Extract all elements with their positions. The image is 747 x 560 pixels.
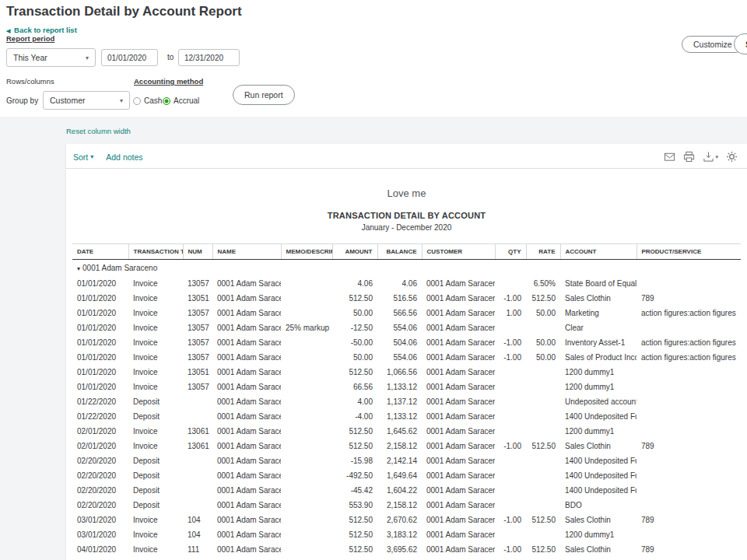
column-header[interactable]: DATE — [72, 244, 128, 260]
email-icon[interactable] — [664, 151, 675, 163]
table-cell — [495, 380, 526, 394]
table-row[interactable]: 03/01/2020Invoice1040001 Adam Saraceno51… — [72, 527, 741, 542]
table-cell: 1400 Undeposited Funds — [560, 468, 637, 483]
export-icon[interactable] — [703, 151, 714, 163]
table-row[interactable]: 01/01/2020Invoice130570001 Adam Saraceno… — [72, 335, 741, 350]
table-cell: 01/01/2020 — [72, 335, 128, 350]
table-cell: Invoice — [128, 557, 183, 560]
column-header[interactable]: RATE — [526, 244, 560, 260]
table-cell: 512.50 — [332, 424, 377, 439]
table-cell: -50.00 — [332, 335, 377, 350]
table-cell: 50.00 — [332, 350, 377, 365]
column-header[interactable]: QTY — [495, 244, 526, 260]
export-chevron-down-icon[interactable]: ▾ — [715, 154, 718, 160]
table-row[interactable]: 02/20/2020Deposit0001 Adam Saraceno553.9… — [72, 498, 741, 513]
table-cell: 3,695.62 — [377, 542, 422, 557]
table-row[interactable]: 02/20/2020Deposit0001 Adam Saraceno-45.4… — [72, 483, 741, 498]
table-row[interactable]: 01/01/2020Invoice130570001 Adam Saraceno… — [72, 306, 741, 320]
chevron-down-icon: ▾ — [86, 54, 89, 61]
table-row[interactable]: 03/01/2020Invoice1040001 Adam Saraceno51… — [72, 513, 741, 527]
date-from-input[interactable] — [101, 49, 158, 66]
table-cell — [637, 365, 741, 380]
table-cell: 0001 Adam Saraceno — [422, 409, 495, 424]
print-icon[interactable] — [683, 151, 695, 163]
table-cell: 0001 Adam Saraceno — [212, 350, 281, 365]
table-cell — [495, 453, 526, 468]
sort-menu[interactable]: Sort ▾ — [73, 152, 93, 162]
reset-column-width-link[interactable]: Reset column width — [66, 127, 131, 135]
table-cell: Deposit — [128, 409, 183, 424]
table-cell: 2,158.12 — [377, 498, 422, 513]
table-cell — [637, 468, 741, 483]
table-cell: 13051 — [183, 291, 212, 306]
settings-icon[interactable] — [726, 151, 738, 163]
table-row[interactable]: 01/01/2020Invoice130510001 Adam Saraceno… — [72, 291, 741, 306]
table-cell — [281, 335, 332, 350]
table-row[interactable]: 02/20/2020Deposit0001 Adam Saraceno-15.9… — [72, 453, 741, 468]
table-row[interactable]: 02/01/2020Invoice130610001 Adam Saraceno… — [72, 439, 741, 453]
column-header[interactable]: PRODUCT/SERVICE — [637, 244, 741, 260]
table-cell: 13057 — [183, 306, 212, 320]
period-select[interactable]: This Year ▾ — [6, 48, 96, 67]
table-row[interactable]: 01/01/2020Invoice130570001 Adam Saraceno… — [72, 276, 741, 291]
table-cell: 789 — [637, 542, 741, 557]
collapse-triangle-icon[interactable]: ▾ — [77, 265, 80, 272]
table-cell — [183, 468, 212, 483]
table-cell: Deposit — [128, 468, 183, 483]
report-title: TRANSACTION DETAIL BY ACCOUNT — [66, 211, 747, 220]
column-header[interactable]: NUM — [183, 244, 212, 260]
table-row[interactable]: 04/01/2020Invoice1110001 Adam Saraceno51… — [72, 557, 741, 560]
table-cell: 512.50 — [332, 365, 377, 380]
table-cell: 0001 Adam Saraceno — [212, 453, 281, 468]
table-cell: 0001 Adam Saraceno — [212, 291, 281, 306]
table-cell: 01/01/2020 — [72, 365, 128, 380]
group-header-label: 0001 Adam Saraceno — [82, 264, 157, 272]
table-cell: Sales of Product Income — [560, 350, 637, 365]
column-header[interactable]: MEMO/DESCRIPTION — [281, 244, 332, 260]
accrual-radio[interactable]: Accrual — [163, 96, 199, 105]
table-cell: 0001 Adam Saraceno — [212, 513, 281, 527]
column-header[interactable]: BALANCE — [377, 244, 422, 260]
table-cell — [183, 453, 212, 468]
column-header[interactable]: ACCOUNT — [560, 244, 637, 260]
table-cell — [281, 306, 332, 320]
table-cell — [281, 498, 332, 513]
table-cell: -1.00 — [495, 513, 526, 527]
table-row[interactable]: 01/01/2020Invoice130570001 Adam Saraceno… — [72, 350, 741, 365]
column-header[interactable]: CUSTOMER — [422, 244, 495, 260]
back-link[interactable]: ◀ Back to report list — [6, 26, 77, 34]
table-cell: 104 — [183, 513, 212, 527]
table-cell: 13051 — [183, 365, 212, 380]
table-cell: 0001 Adam Saraceno — [212, 380, 281, 394]
table-cell: 512.50 — [526, 513, 560, 527]
table-cell: 50.00 — [332, 306, 377, 320]
date-to-input[interactable] — [178, 49, 240, 66]
table-cell: 0001 Adam Saraceno — [212, 424, 281, 439]
column-header[interactable]: TRANSACTION TYPE — [128, 244, 183, 260]
table-row[interactable]: 01/01/2020Invoice130570001 Adam Saraceno… — [72, 320, 741, 335]
group-by-select[interactable]: Customer ▾ — [43, 91, 130, 110]
table-row[interactable]: 01/01/2020Invoice130510001 Adam Saraceno… — [72, 365, 741, 380]
table-cell: Sales Clothin — [560, 513, 637, 527]
table-cell: 566.56 — [377, 306, 422, 320]
table-row[interactable]: 04/01/2020Invoice1110001 Adam Saraceno51… — [72, 542, 741, 557]
cash-radio[interactable]: Cash — [133, 96, 162, 105]
table-cell — [637, 380, 741, 394]
table-cell — [495, 409, 526, 424]
table-cell — [281, 409, 332, 424]
add-notes-link[interactable]: Add notes — [106, 152, 142, 162]
table-cell: action figures:action figures — [637, 335, 741, 350]
table-row[interactable]: 01/22/2020Deposit0001 Adam Saraceno4.001… — [72, 394, 741, 409]
run-report-button[interactable]: Run report — [233, 85, 295, 105]
table-row[interactable]: 02/01/2020Invoice130610001 Adam Saraceno… — [72, 424, 741, 439]
table-row[interactable]: 01/22/2020Deposit0001 Adam Saraceno-4.00… — [72, 409, 741, 424]
column-header[interactable]: NAME — [212, 244, 281, 260]
group-header-row[interactable]: ▾0001 Adam Saraceno — [72, 260, 741, 277]
table-cell: 1400 Undeposited Funds — [560, 409, 637, 424]
table-row[interactable]: 02/20/2020Deposit0001 Adam Saraceno-492.… — [72, 468, 741, 483]
table-cell: -1.00 — [495, 291, 526, 306]
table-cell: 1,133.12 — [377, 409, 422, 424]
column-header[interactable]: AMOUNT — [332, 244, 377, 260]
table-row[interactable]: 01/01/2020Invoice130570001 Adam Saraceno… — [72, 380, 741, 394]
table-cell — [495, 320, 526, 335]
